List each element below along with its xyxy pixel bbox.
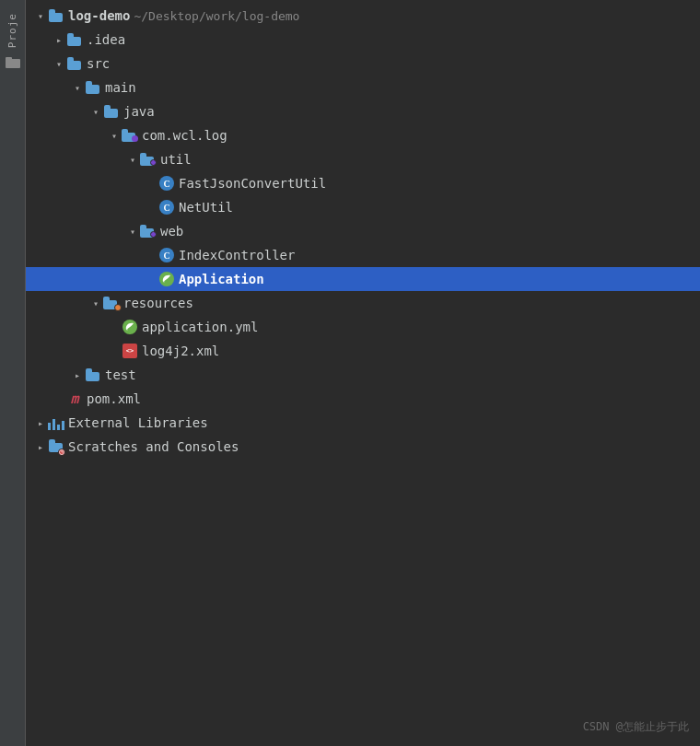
icon-app.yml xyxy=(122,319,138,335)
icon-main xyxy=(85,79,101,96)
side-panel: Proje xyxy=(0,0,26,746)
label-resources: resources xyxy=(123,296,193,310)
tree-item-resources[interactable]: resources xyxy=(26,291,700,315)
icon-test xyxy=(85,367,101,383)
project-tree-panel: log-demo~/Desktop/work/log-demo.ideasrcm… xyxy=(26,0,700,746)
folder-side-icon[interactable] xyxy=(4,53,22,72)
arrow-root[interactable] xyxy=(33,8,48,23)
icon-java xyxy=(103,103,120,120)
label-IndexCtrl: IndexController xyxy=(179,248,295,262)
label-pom.xml: pom.xml xyxy=(87,391,141,406)
icon-root xyxy=(48,7,64,24)
arrow-src[interactable] xyxy=(52,56,66,71)
icon-scratches xyxy=(48,438,64,455)
icon-com.wcl.log xyxy=(122,127,138,144)
svg-rect-1 xyxy=(6,57,12,61)
icon-idea xyxy=(66,31,83,48)
label-test: test xyxy=(105,367,136,382)
tree-item-FastJson[interactable]: CFastJsonConvertUtil xyxy=(26,171,700,195)
tree-item-scratches[interactable]: Scratches and Consoles xyxy=(26,435,700,459)
label-java: java xyxy=(123,104,155,119)
arrow-ext-libs[interactable] xyxy=(33,415,48,430)
arrow-resources[interactable] xyxy=(88,296,103,310)
tree-item-idea[interactable]: .idea xyxy=(26,28,700,52)
label-app.yml: application.yml xyxy=(142,320,258,334)
tree-item-IndexCtrl[interactable]: CIndexController xyxy=(26,243,700,267)
icon-util xyxy=(140,151,157,168)
label-main: main xyxy=(105,80,136,95)
tree-item-log4j2[interactable]: <>log4j2.xml xyxy=(26,339,700,363)
tree-item-util[interactable]: util xyxy=(26,147,700,171)
icon-NetUtil: C xyxy=(158,199,175,216)
file-tree: log-demo~/Desktop/work/log-demo.ideasrcm… xyxy=(26,0,700,746)
icon-resources xyxy=(103,295,120,311)
arrow-test[interactable] xyxy=(70,367,85,382)
arrow-main[interactable] xyxy=(70,80,85,95)
icon-Application xyxy=(158,271,175,287)
tree-item-web[interactable]: web xyxy=(26,219,700,243)
label-NetUtil: NetUtil xyxy=(179,200,233,215)
tree-item-main[interactable]: main xyxy=(26,76,700,99)
project-tab-label[interactable]: Proje xyxy=(5,7,20,53)
arrow-com.wcl.log[interactable] xyxy=(107,128,122,143)
label-util: util xyxy=(160,152,192,167)
icon-FastJson: C xyxy=(158,175,175,192)
arrow-util[interactable] xyxy=(125,152,140,167)
label-com.wcl.log: com.wcl.log xyxy=(142,128,228,143)
label-ext-libs: External Libraries xyxy=(68,415,208,430)
label-FastJson: FastJsonConvertUtil xyxy=(179,176,326,191)
arrow-java[interactable] xyxy=(88,104,103,119)
icon-IndexCtrl: C xyxy=(158,247,175,263)
watermark-text: CSDN @怎能止步于此 xyxy=(583,719,689,735)
tree-item-Application[interactable]: Application xyxy=(26,267,700,291)
label-log4j2: log4j2.xml xyxy=(142,344,219,358)
tree-item-src[interactable]: src xyxy=(26,52,700,76)
tree-item-app.yml[interactable]: application.yml xyxy=(26,315,700,339)
label-idea: .idea xyxy=(87,32,125,47)
tree-item-java[interactable]: java xyxy=(26,99,700,123)
tree-item-ext-libs[interactable]: External Libraries xyxy=(26,411,700,435)
label-root: log-demo~/Desktop/work/log-demo xyxy=(68,8,299,23)
tree-item-pom.xml[interactable]: mpom.xml xyxy=(26,387,700,411)
label-web: web xyxy=(160,224,183,239)
tree-item-root[interactable]: log-demo~/Desktop/work/log-demo xyxy=(26,4,700,28)
icon-src xyxy=(66,55,83,72)
label-scratches: Scratches and Consoles xyxy=(68,439,239,454)
tree-item-com.wcl.log[interactable]: com.wcl.log xyxy=(26,123,700,147)
label-src: src xyxy=(87,56,110,71)
icon-ext-libs xyxy=(48,414,64,431)
arrow-idea[interactable] xyxy=(52,32,66,47)
icon-log4j2: <> xyxy=(122,343,138,359)
icon-pom.xml: m xyxy=(66,390,83,407)
tree-item-test[interactable]: test xyxy=(26,363,700,387)
icon-web xyxy=(140,223,157,239)
arrow-web[interactable] xyxy=(125,224,140,239)
arrow-scratches[interactable] xyxy=(33,439,48,454)
tree-item-NetUtil[interactable]: CNetUtil xyxy=(26,195,700,219)
label-Application: Application xyxy=(179,272,264,286)
